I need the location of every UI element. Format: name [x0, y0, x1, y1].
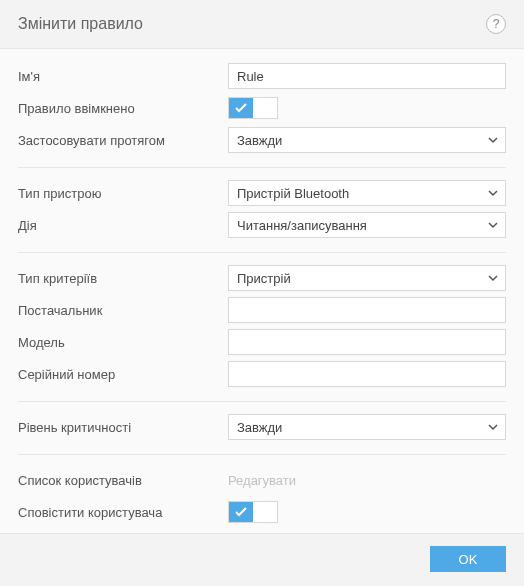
user-list-label: Список користувачів [18, 473, 228, 488]
row-name: Ім'я [18, 61, 506, 91]
criteria-type-value: Пристрій [237, 271, 291, 286]
divider [18, 401, 506, 402]
check-icon [229, 502, 253, 522]
device-type-label: Тип пристрою [18, 186, 228, 201]
notify-label: Сповістити користувача [18, 505, 228, 520]
chevron-down-icon [487, 134, 499, 146]
serial-input[interactable] [228, 361, 506, 387]
model-input[interactable] [228, 329, 506, 355]
row-action: Дія Читання/записування [18, 210, 506, 240]
enabled-toggle[interactable] [228, 97, 278, 119]
user-list-edit-link: Редагувати [228, 473, 296, 488]
chevron-down-icon [487, 187, 499, 199]
row-criteria-type: Тип критеріїв Пристрій [18, 263, 506, 293]
dialog-content: Ім'я Правило ввімкнено Застосовувати про… [0, 49, 524, 533]
row-serial: Серійний номер [18, 359, 506, 389]
model-label: Модель [18, 335, 228, 350]
dialog-title: Змінити правило [18, 15, 143, 33]
row-device-type: Тип пристрою Пристрій Bluetooth [18, 178, 506, 208]
dialog-footer: OK [0, 533, 524, 586]
device-type-select[interactable]: Пристрій Bluetooth [228, 180, 506, 206]
severity-select[interactable]: Завжди [228, 414, 506, 440]
action-value: Читання/записування [237, 218, 367, 233]
toggle-off-half [253, 502, 277, 522]
serial-label: Серійний номер [18, 367, 228, 382]
apply-during-value: Завжди [237, 133, 282, 148]
name-label: Ім'я [18, 69, 228, 84]
row-severity: Рівень критичності Завжди [18, 412, 506, 442]
apply-during-select[interactable]: Завжди [228, 127, 506, 153]
divider [18, 252, 506, 253]
check-icon [229, 98, 253, 118]
criteria-type-label: Тип критеріїв [18, 271, 228, 286]
help-icon[interactable]: ? [486, 14, 506, 34]
toggle-off-half [253, 98, 277, 118]
row-vendor: Постачальник [18, 295, 506, 325]
action-label: Дія [18, 218, 228, 233]
name-input[interactable] [228, 63, 506, 89]
criteria-type-select[interactable]: Пристрій [228, 265, 506, 291]
device-type-value: Пристрій Bluetooth [237, 186, 349, 201]
divider [18, 167, 506, 168]
notify-toggle[interactable] [228, 501, 278, 523]
action-select[interactable]: Читання/записування [228, 212, 506, 238]
ok-button[interactable]: OK [430, 546, 506, 572]
severity-label: Рівень критичності [18, 420, 228, 435]
row-apply-during: Застосовувати протягом Завжди [18, 125, 506, 155]
enabled-label: Правило ввімкнено [18, 101, 228, 116]
vendor-label: Постачальник [18, 303, 228, 318]
apply-during-label: Застосовувати протягом [18, 133, 228, 148]
chevron-down-icon [487, 272, 499, 284]
dialog-header: Змінити правило ? [0, 0, 524, 49]
row-notify: Сповістити користувача [18, 497, 506, 527]
row-user-list: Список користувачів Редагувати [18, 465, 506, 495]
vendor-input[interactable] [228, 297, 506, 323]
row-model: Модель [18, 327, 506, 357]
chevron-down-icon [487, 421, 499, 433]
chevron-down-icon [487, 219, 499, 231]
row-enabled: Правило ввімкнено [18, 93, 506, 123]
divider [18, 454, 506, 455]
severity-value: Завжди [237, 420, 282, 435]
